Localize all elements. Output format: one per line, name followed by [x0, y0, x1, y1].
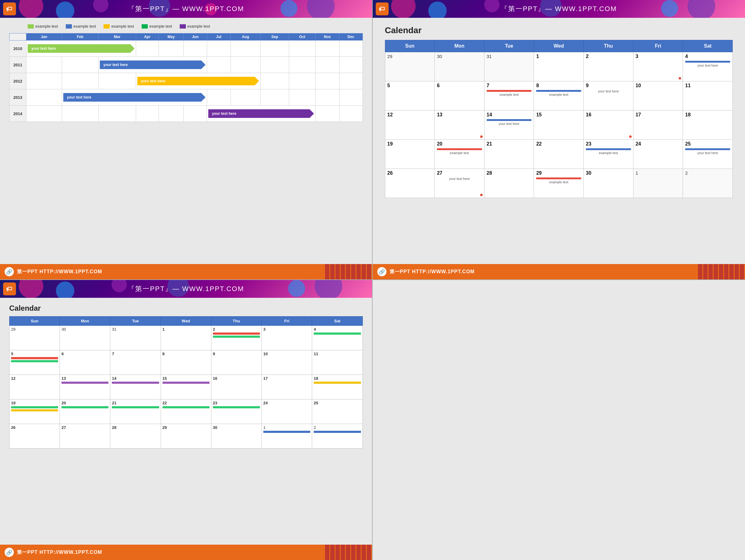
cal3-day-num: 26 [11, 425, 58, 430]
gantt-header-year [9, 33, 26, 40]
slide-calendar-small: 🏷 『第一PPT』— WWW.1PPT.COM Calendar SunMonT… [0, 280, 372, 560]
cal3-day-num: 7 [112, 352, 159, 356]
cal2-cell: 6 [435, 81, 484, 110]
gantt-cell [261, 40, 289, 57]
cal3-event-bar [11, 357, 58, 359]
gantt-cell [98, 73, 136, 89]
gantt-cell [207, 57, 231, 73]
cal2-day-num: 28 [487, 170, 532, 176]
cal3-day-num: 8 [163, 352, 209, 356]
cal3-event-bar [163, 406, 209, 408]
cal2-day-num: 11 [685, 83, 730, 89]
cal2-cell: 2 [683, 169, 733, 198]
cal3-event-bar [61, 406, 108, 408]
footer-link-icon2: 🔗 [377, 267, 387, 276]
cal3-day-num: 25 [314, 401, 361, 405]
cal2-cell: 1 [633, 169, 683, 198]
gantt-year-cell: 2014 [9, 106, 26, 122]
cal3-cell: 1 [262, 424, 312, 449]
gantt-header-nov: Nov [316, 33, 339, 40]
gantt-cell [62, 106, 98, 122]
slide3-header: 🏷 『第一PPT』— WWW.1PPT.COM [0, 280, 372, 298]
gantt-header-sep: Sep [261, 33, 289, 40]
gantt-cell [339, 89, 362, 106]
gantt-cell [159, 106, 184, 122]
cal2-cell: 14your text here [484, 110, 534, 140]
cal2-day-num: 15 [536, 112, 581, 117]
cal2-cell: 28 [484, 169, 534, 198]
gantt-cell [62, 57, 98, 73]
footer-text2: 第一PPT HTTP://WWW.1PPT.COM [390, 269, 475, 275]
cal2-cell: 17 [633, 110, 683, 140]
cal3-cell: 3 [262, 326, 312, 350]
gantt-cell [339, 40, 362, 57]
cal3-title: Calendar [9, 304, 363, 313]
footer-stripes2 [698, 264, 745, 279]
cal2-cell: 29 [385, 52, 435, 81]
calendar-small-table: SunMonTueWedThuFriSat 293031123456789101… [9, 316, 363, 449]
cal3-cell: 21 [110, 399, 161, 424]
cal3-header-cell: Tue [110, 317, 161, 326]
gantt-header-jun: Jun [184, 33, 207, 40]
gantt-year-cell: 2010 [9, 40, 26, 57]
gantt-cell [207, 89, 231, 106]
gantt-cell [136, 106, 159, 122]
cal3-cell: 12 [9, 375, 60, 399]
cal3-day-num: 20 [61, 401, 108, 405]
cal2-header-cell: Tue [484, 40, 534, 52]
cal2-cell: 1 [534, 52, 584, 81]
cal2-header-cell: Thu [584, 40, 634, 52]
cal3-cell: 14 [110, 375, 161, 399]
cal2-cell: 25your text here [683, 140, 733, 169]
cal2-day-num: 14 [487, 112, 532, 117]
gantt-cell [261, 73, 289, 89]
cal2-dot [679, 77, 681, 79]
cal3-day-num: 31 [112, 327, 159, 331]
gantt-cell: your text here [26, 40, 136, 57]
slide-calendar-large: 🏷 『第一PPT』— WWW.1PPT.COM Calendar SunMonT… [372, 0, 745, 280]
cal3-cell: 6 [60, 350, 110, 375]
gantt-cell [62, 73, 98, 89]
cal2-day-num: 10 [636, 83, 681, 89]
gantt-cell [339, 73, 362, 89]
gantt-cell [316, 106, 339, 122]
cal2-cell: 23example text [584, 140, 634, 169]
cal3-cell: 4 [312, 326, 362, 350]
cal2-cell: 3 [633, 52, 683, 81]
cal2-dot [480, 135, 483, 138]
gantt-year-cell: 2011 [9, 57, 26, 73]
gantt-cell [26, 89, 62, 106]
cal2-day-num: 12 [387, 112, 432, 117]
legend-item-2: example text [66, 24, 96, 29]
legend-color-2 [66, 24, 72, 29]
legend-color-4 [142, 24, 148, 29]
gantt-cell [339, 57, 362, 73]
legend-item-4: example text [142, 24, 172, 29]
cal3-day-num: 28 [112, 425, 159, 430]
cal3-day-num: 27 [61, 425, 108, 430]
gantt-cell [289, 73, 316, 89]
cal2-cell: 26 [385, 169, 435, 198]
cal3-event-bar [11, 360, 58, 362]
cal3-cell: 16 [211, 375, 261, 399]
cal2-event-text: your text here [685, 151, 730, 155]
slide1-header: 🏷 『第一PPT』— WWW.1PPT.COM [0, 0, 372, 18]
cal2-cell: 22 [534, 140, 584, 169]
cal2-cell: 13 [435, 110, 484, 140]
cal3-cell: 2 [211, 326, 261, 350]
gantt-header-jul: Jul [207, 33, 231, 40]
cal2-cell: 5 [385, 81, 435, 110]
cal2-header-cell: Wed [534, 40, 584, 52]
cal3-cell: 15 [161, 375, 211, 399]
cal3-cell: 30 [211, 424, 261, 449]
cal3-header-cell: Mon [60, 317, 110, 326]
gantt-year-cell: 2013 [9, 89, 26, 106]
slide2-footer: 🔗 第一PPT HTTP://WWW.1PPT.COM [372, 264, 745, 279]
cal2-cell: 27your text here [435, 169, 484, 198]
cal3-cell: 28 [110, 424, 161, 449]
cal3-cell: 9 [211, 350, 261, 375]
legend-color-5 [180, 24, 186, 29]
cal2-day-num: 19 [387, 141, 432, 147]
footer-text3: 第一PPT HTTP://WWW.1PPT.COM [17, 549, 102, 556]
gantt-cell [289, 40, 316, 57]
